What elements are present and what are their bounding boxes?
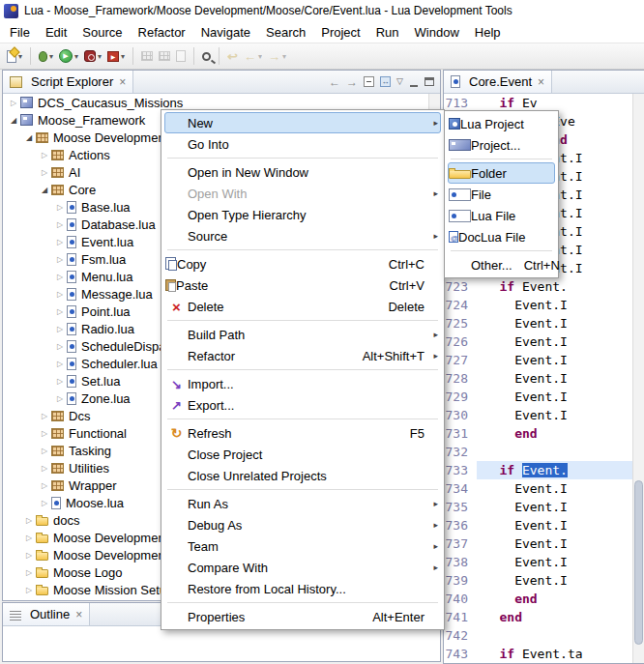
tab-outline[interactable]: Outline ×	[3, 603, 90, 625]
maximize-icon[interactable]	[424, 77, 434, 86]
editor-scrollbar-thumb[interactable]	[634, 480, 643, 645]
expand-arrow-icon[interactable]: ▷	[22, 534, 36, 542]
back-icon[interactable]: ←	[329, 76, 340, 88]
menubar-item-navigate[interactable]: Navigate	[193, 23, 258, 42]
expand-arrow-icon[interactable]: ▷	[38, 168, 51, 177]
view-menu-chevron-icon[interactable]: ▽	[396, 77, 403, 86]
menu-item-refresh[interactable]: ↻RefreshF5	[164, 422, 441, 444]
code-line[interactable]: 743 if Event.ta	[444, 645, 632, 663]
forward-button[interactable]: →▾	[265, 45, 289, 67]
new-lua-module-button[interactable]	[156, 45, 173, 67]
code-line[interactable]: 727 Event.I	[444, 351, 632, 369]
code-line[interactable]: 740 end	[444, 590, 632, 608]
menubar-item-window[interactable]: Window	[407, 23, 467, 42]
code-line[interactable]: 729 Event.I	[444, 388, 632, 406]
close-icon[interactable]: ×	[119, 75, 126, 89]
expand-arrow-icon[interactable]: ▷	[53, 360, 67, 368]
code-line[interactable]: 734 Event.I	[444, 479, 632, 498]
expand-arrow-icon[interactable]: ▷	[53, 325, 67, 333]
dropdown-chevron-icon[interactable]: ▾	[49, 52, 53, 61]
menu-item-lua-file[interactable]: Lua File	[448, 205, 555, 226]
dropdown-chevron-icon[interactable]: ▾	[121, 52, 125, 61]
close-icon[interactable]: ×	[538, 75, 544, 89]
dropdown-chevron-icon[interactable]: ▾	[282, 52, 286, 61]
menu-item-folder[interactable]: Folder	[448, 162, 555, 184]
menu-item-open-type-hierarchy[interactable]: Open Type Hierarchy	[164, 204, 441, 225]
collapse-arrow-icon[interactable]: ◢	[22, 133, 36, 142]
expand-arrow-icon[interactable]: ▷	[22, 551, 36, 560]
menu-item-source[interactable]: Source▸	[164, 225, 441, 246]
code-line[interactable]: 737 Event.I	[444, 534, 632, 553]
expand-arrow-icon[interactable]: ▷	[22, 568, 36, 577]
code-line[interactable]: 728 Event.I	[444, 369, 632, 388]
menu-item-export[interactable]: ↗Export...	[164, 394, 441, 416]
last-edit-location-button[interactable]: ↩	[224, 45, 241, 67]
expand-arrow-icon[interactable]: ▷	[53, 307, 67, 316]
expand-arrow-icon[interactable]: ▷	[38, 151, 51, 159]
code-line[interactable]: 741 end	[444, 608, 632, 626]
menu-item-other[interactable]: Other...Ctrl+N	[448, 254, 555, 275]
code-line[interactable]: 739 Event.I	[444, 571, 632, 590]
code-line[interactable]: 742	[444, 626, 632, 645]
menu-item-build-path[interactable]: Build Path▸	[164, 324, 441, 345]
expand-arrow-icon[interactable]: ▷	[38, 412, 51, 420]
code-line[interactable]: 733 if Event.	[444, 461, 632, 479]
debug-button[interactable]: ▾	[36, 45, 56, 67]
menu-item-refactor[interactable]: RefactorAlt+Shift+T▸	[164, 345, 441, 366]
expand-arrow-icon[interactable]: ▷	[53, 220, 67, 229]
menu-item-close-project[interactable]: Close Project	[164, 444, 441, 465]
minimize-icon[interactable]	[409, 77, 419, 87]
editor-scrollbar[interactable]	[632, 94, 644, 663]
code-line[interactable]: 735 Event.I	[444, 498, 632, 516]
menu-item-debug-as[interactable]: Debug As▸	[164, 514, 441, 535]
external-tools-button[interactable]: ▶▾	[104, 45, 128, 67]
tab-core-event[interactable]: Core.Event ×	[444, 71, 552, 93]
code-line[interactable]: 736 Event.I	[444, 516, 632, 534]
menubar-item-source[interactable]: Source	[74, 23, 130, 42]
menu-item-properties[interactable]: PropertiesAlt+Enter	[164, 606, 441, 627]
expand-arrow-icon[interactable]: ▷	[53, 238, 67, 246]
new-wizard-button[interactable]: ▾	[4, 45, 25, 67]
menu-item-project[interactable]: Project...	[448, 134, 555, 156]
search-button[interactable]	[199, 45, 214, 67]
expand-arrow-icon[interactable]: ▷	[38, 464, 51, 473]
new-lua-table-button[interactable]	[138, 45, 156, 67]
menu-item-delete[interactable]: ×DeleteDelete	[164, 296, 441, 317]
menubar-item-run[interactable]: Run	[368, 23, 407, 42]
menubar-item-help[interactable]: Help	[467, 23, 509, 42]
dropdown-chevron-icon[interactable]: ▾	[74, 52, 78, 61]
expand-arrow-icon[interactable]: ▷	[53, 273, 67, 281]
menubar-item-refactor[interactable]: Refactor	[131, 23, 193, 42]
menu-item-go-into[interactable]: Go Into	[164, 133, 441, 155]
menu-item-compare-with[interactable]: Compare With▸	[164, 557, 441, 578]
code-line[interactable]: 724 Event.I	[444, 296, 632, 314]
expand-arrow-icon[interactable]: ▷	[22, 516, 36, 525]
expand-arrow-icon[interactable]: ▷	[38, 499, 51, 507]
collapse-arrow-icon[interactable]: ◢	[38, 186, 51, 194]
tab-script-explorer[interactable]: Script Explorer ×	[3, 71, 133, 93]
collapse-arrow-icon[interactable]: ◢	[7, 116, 20, 125]
code-line[interactable]: 732	[444, 443, 632, 461]
menu-item-open-in-new-window[interactable]: Open in New Window	[164, 161, 441, 183]
coverage-button[interactable]: ▾	[81, 45, 104, 67]
run-button[interactable]: ▶▾	[56, 45, 81, 67]
code-line[interactable]: 738 Event.I	[444, 553, 632, 571]
expand-arrow-icon[interactable]: ▷	[53, 394, 67, 403]
code-line[interactable]: 725 Event.I	[444, 314, 632, 332]
menu-item-copy[interactable]: CopyCtrl+C	[164, 253, 441, 274]
code-line[interactable]: 731 end	[444, 424, 632, 443]
new-lua-doc-button[interactable]	[173, 45, 189, 67]
menu-item-lua-project[interactable]: Lua Project	[448, 113, 555, 134]
menu-item-paste[interactable]: PasteCtrl+V	[164, 274, 441, 296]
expand-arrow-icon[interactable]: ▷	[53, 255, 67, 264]
expand-arrow-icon[interactable]: ▷	[22, 586, 36, 594]
menubar-item-edit[interactable]: Edit	[38, 23, 74, 42]
menu-item-file[interactable]: File	[448, 184, 555, 205]
expand-arrow-icon[interactable]: ▷	[38, 447, 51, 455]
dropdown-chevron-icon[interactable]: ▾	[98, 52, 102, 61]
menubar-item-file[interactable]: File	[2, 23, 38, 42]
code-line[interactable]: 726 Event.I	[444, 332, 632, 351]
menubar-item-search[interactable]: Search	[258, 23, 313, 42]
expand-arrow-icon[interactable]: ▷	[53, 290, 67, 299]
dropdown-chevron-icon[interactable]: ▾	[258, 52, 262, 61]
